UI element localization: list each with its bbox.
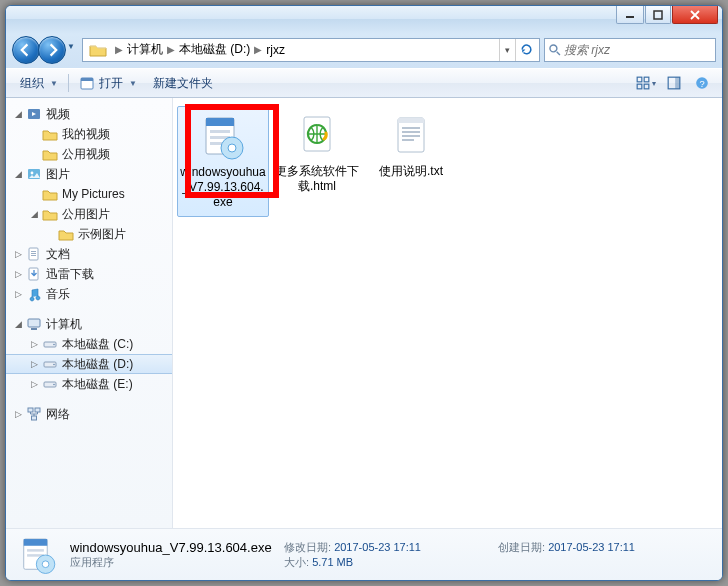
library-documents-icon [26, 246, 42, 262]
arrow-right-icon [45, 43, 59, 57]
expand-icon[interactable]: ▷ [28, 359, 40, 369]
file-label: windowsyouhua_V7.99.13.604.exe [180, 165, 266, 210]
breadcrumb-sep: ▶ [163, 44, 179, 55]
organize-menu[interactable]: 组织 ▼ [12, 69, 66, 97]
svg-rect-34 [206, 118, 234, 126]
tree-label: 本地磁盘 (E:) [60, 376, 133, 393]
file-label: 更多系统软件下载.html [273, 164, 361, 194]
details-pane: windowsyouhua_V7.99.13.604.exe 修改日期: 201… [6, 528, 722, 580]
expand-icon[interactable]: ▷ [28, 339, 40, 349]
open-icon [79, 75, 95, 91]
details-created-value: 2017-05-23 17:11 [548, 541, 635, 553]
details-created: 创建日期: 2017-05-23 17:11 [498, 540, 712, 555]
search-input[interactable] [564, 43, 715, 57]
tree-pictures[interactable]: ◢ 图片 [6, 164, 172, 184]
expand-icon[interactable]: ▷ [12, 249, 24, 259]
maximize-button[interactable] [645, 6, 671, 24]
tree-drive-d[interactable]: ▷ 本地磁盘 (D:) [6, 354, 172, 374]
tree-public-pictures[interactable]: ◢ 公用图片 [6, 204, 172, 224]
breadcrumb-computer[interactable]: 计算机 [127, 41, 163, 58]
search-icon [545, 43, 564, 56]
close-button[interactable] [672, 6, 718, 24]
details-created-label: 创建日期: [498, 541, 545, 553]
file-tile-html[interactable]: 更多系统软件下载.html [271, 106, 363, 200]
chevron-down-icon: ▼ [50, 79, 58, 88]
svg-point-52 [42, 560, 49, 567]
file-tile-txt[interactable]: 使用说明.txt [365, 106, 457, 185]
tree-videos[interactable]: ◢ 视频 [6, 104, 172, 124]
minimize-icon [625, 10, 635, 20]
minimize-button[interactable] [616, 6, 644, 24]
tree-drive-c[interactable]: ▷ 本地磁盘 (C:) [6, 334, 172, 354]
collapse-icon[interactable]: ◢ [12, 319, 24, 329]
nav-history-dropdown[interactable]: ▼ [64, 36, 78, 58]
help-button[interactable]: ? [688, 69, 716, 97]
breadcrumb-drive[interactable]: 本地磁盘 (D:) [179, 41, 250, 58]
forward-button[interactable] [38, 36, 66, 64]
svg-point-2 [550, 45, 557, 52]
tree-music[interactable]: ▷ 音乐 [6, 284, 172, 304]
collapse-icon[interactable]: ◢ [12, 109, 24, 119]
svg-rect-6 [644, 77, 649, 82]
svg-rect-20 [31, 255, 36, 256]
collapse-icon[interactable]: ◢ [28, 209, 40, 219]
view-options-button[interactable] [632, 69, 660, 97]
tree-xunlei[interactable]: ▷ 迅雷下载 [6, 264, 172, 284]
explorer-window: ▼ ▶ 计算机 ▶ 本地磁盘 (D:) ▶ rjxz ▾ [5, 5, 723, 581]
html-file-icon [289, 110, 345, 162]
tree-label: 示例图片 [76, 226, 126, 243]
expand-icon[interactable]: ▷ [12, 289, 24, 299]
back-button[interactable] [12, 36, 40, 64]
svg-rect-37 [210, 142, 222, 145]
tree-computer[interactable]: ◢ 计算机 [6, 314, 172, 334]
tree-documents[interactable]: ▷ 文档 [6, 244, 172, 264]
tree-label: 文档 [44, 246, 70, 263]
tree-label: 视频 [44, 106, 70, 123]
folder-icon [42, 206, 58, 222]
svg-rect-8 [644, 84, 649, 89]
tree-public-videos[interactable]: 公用视频 [6, 144, 172, 164]
exe-installer-icon [195, 111, 251, 163]
library-downloads-icon [26, 266, 42, 282]
tree-my-pictures[interactable]: My Pictures [6, 184, 172, 204]
collapse-icon[interactable]: ◢ [12, 169, 24, 179]
titlebar [6, 6, 722, 34]
address-dropdown[interactable]: ▾ [499, 39, 515, 61]
tree-label: 公用图片 [60, 206, 110, 223]
tree-my-videos[interactable]: 我的视频 [6, 124, 172, 144]
tree-label: 图片 [44, 166, 70, 183]
tree-drive-e[interactable]: ▷ 本地磁盘 (E:) [6, 374, 172, 394]
svg-rect-23 [31, 328, 37, 330]
help-icon: ? [695, 76, 709, 90]
new-folder-button[interactable]: 新建文件夹 [145, 69, 221, 97]
library-pictures-icon [26, 166, 42, 182]
tree-label: 本地磁盘 (D:) [60, 356, 133, 373]
body: ◢ 视频 我的视频 公用视频 ◢ 图片 [6, 98, 722, 528]
details-filename: windowsyouhua_V7.99.13.604.exe [70, 540, 284, 555]
svg-rect-10 [675, 77, 680, 89]
tree-sample-pictures[interactable]: 示例图片 [6, 224, 172, 244]
file-tile-exe[interactable]: windowsyouhua_V7.99.13.604.exe [177, 106, 269, 217]
refresh-button[interactable] [515, 39, 537, 61]
navigation-pane[interactable]: ◢ 视频 我的视频 公用视频 ◢ 图片 [6, 98, 173, 528]
folder-icon [58, 226, 74, 242]
breadcrumb-folder[interactable]: rjxz [266, 43, 285, 57]
preview-pane-icon [667, 76, 681, 90]
open-button[interactable]: 打开 ▼ [71, 69, 145, 97]
address-bar[interactable]: ▶ 计算机 ▶ 本地磁盘 (D:) ▶ rjxz ▾ [82, 38, 540, 62]
preview-pane-button[interactable] [660, 69, 688, 97]
drive-icon [42, 376, 58, 392]
expand-icon[interactable]: ▷ [12, 269, 24, 279]
toolbar: 组织 ▼ 打开 ▼ 新建文件夹 [6, 68, 722, 98]
breadcrumb-sep: ▶ [250, 44, 266, 55]
file-list[interactable]: windowsyouhua_V7.99.13.604.exe 更多系统软件下载.… [173, 98, 722, 528]
expand-icon[interactable]: ▷ [12, 409, 24, 419]
library-music-icon [26, 286, 42, 302]
tree-network[interactable]: ▷ 网络 [6, 404, 172, 424]
tree-label: 计算机 [44, 316, 82, 333]
tree-label: 音乐 [44, 286, 70, 303]
search-box[interactable] [544, 38, 716, 62]
breadcrumb-sep: ▶ [111, 44, 127, 55]
expand-icon[interactable]: ▷ [28, 379, 40, 389]
svg-rect-0 [626, 16, 634, 18]
